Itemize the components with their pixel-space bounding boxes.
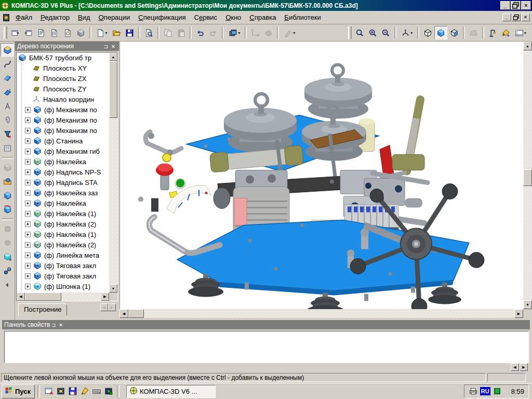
printer-icon[interactable]: [469, 387, 478, 395]
network-icon[interactable]: [493, 387, 502, 395]
shaded-button[interactable]: [434, 26, 447, 39]
property-panel-header[interactable]: Панель свойств ⊐ ✕: [2, 320, 530, 329]
show-all-button[interactable]: [1, 189, 14, 202]
panels-button[interactable]: ▾: [512, 26, 529, 39]
document-restore-button[interactable]: [512, 14, 521, 21]
orientation-button[interactable]: ▾: [398, 26, 415, 39]
pin-icon[interactable]: ⊐: [102, 43, 110, 50]
print-preview-button[interactable]: [142, 26, 155, 39]
window-load-button[interactable]: [22, 26, 35, 39]
window-save-button[interactable]: [9, 26, 22, 39]
zoom-out-button[interactable]: [379, 26, 392, 39]
toolbar-grip[interactable]: [4, 26, 7, 39]
new-document-button-dropdown-icon[interactable]: ▾: [105, 31, 108, 35]
model-view-canvas[interactable]: [119, 42, 523, 309]
orientation-button-dropdown-icon[interactable]: ▾: [410, 31, 413, 35]
text-document-button[interactable]: [35, 26, 48, 39]
halftone-button[interactable]: [447, 26, 460, 39]
tab-scroll-right-icon[interactable]: ▶: [520, 363, 528, 371]
menu-item-справка[interactable]: Справка: [245, 12, 280, 23]
task-button-kompas[interactable]: КОМПАС-3D V6 ...: [126, 385, 216, 398]
keyboard-app-icon[interactable]: [91, 386, 102, 397]
toolbar-separator: [2, 157, 13, 159]
menu-item-библиотеки[interactable]: Библиотеки: [280, 12, 325, 23]
fragment-document-button[interactable]: [61, 26, 74, 39]
pin-icon[interactable]: ⊐: [50, 322, 57, 328]
zoom-area-button[interactable]: [353, 26, 366, 39]
filter-button[interactable]: [1, 127, 14, 141]
close-icon[interactable]: ✕: [57, 322, 64, 328]
open-button[interactable]: [110, 26, 123, 39]
menu-item-спецификация[interactable]: Спецификация: [134, 12, 190, 23]
close-icon[interactable]: ✕: [110, 43, 117, 50]
scroll-up-icon[interactable]: ▲: [109, 52, 117, 61]
solid-modeling-button[interactable]: [1, 43, 14, 57]
media-app-icon[interactable]: [103, 386, 114, 397]
new-part-button[interactable]: [1, 250, 14, 263]
scroll-left-icon[interactable]: ◀: [17, 292, 25, 301]
menu-item-окно[interactable]: Окно: [221, 12, 245, 23]
dimensions-button[interactable]: [486, 26, 499, 39]
menu-item-вид[interactable]: Вид: [74, 12, 95, 23]
tree-panel-header[interactable]: Дерево построения ⊐ ✕: [15, 42, 119, 51]
minimize-button[interactable]: _: [500, 1, 510, 10]
show-desktop-icon[interactable]: [43, 386, 54, 397]
viewer-icon[interactable]: [55, 386, 66, 397]
panels-button-dropdown-icon[interactable]: ▾: [524, 31, 526, 35]
titlebar[interactable]: КОМПАС-3D V6 Plus - [C:\Documents and Se…: [0, 0, 532, 11]
scroll-thumb[interactable]: [25, 292, 61, 301]
attachments-button[interactable]: [1, 113, 14, 127]
scroll-right-icon[interactable]: ▶: [514, 309, 523, 318]
scroll-down-icon[interactable]: ▼: [523, 300, 532, 309]
current-style-button-dropdown-icon[interactable]: ▾: [293, 31, 295, 35]
viewport-horizontal-scrollbar[interactable]: ◀ ▶: [119, 309, 523, 318]
repaint-button[interactable]: [499, 26, 512, 39]
window-manager-button-dropdown-icon[interactable]: ▾: [238, 31, 240, 35]
close-button[interactable]: ×: [521, 1, 531, 10]
floppy-app-icon[interactable]: [67, 386, 78, 397]
toolbar-grip[interactable]: [348, 26, 352, 39]
spec-document-button[interactable]: [48, 26, 61, 39]
tab-scroll-left-icon[interactable]: ◀: [511, 363, 519, 371]
load-part-button[interactable]: [1, 175, 14, 188]
mates-button[interactable]: [1, 264, 14, 277]
brush-app-icon[interactable]: [79, 386, 90, 397]
scroll-thumb[interactable]: [128, 309, 144, 318]
new-document-button[interactable]: ▾: [94, 26, 110, 39]
menu-item-файл[interactable]: Файл: [11, 12, 36, 23]
tree-vertical-scrollbar[interactable]: ▲ ▼: [109, 52, 117, 292]
document-close-button[interactable]: ×: [521, 14, 530, 21]
scroll-thumb[interactable]: [109, 61, 117, 118]
restore-button[interactable]: [511, 1, 521, 10]
window-manager-button[interactable]: ▾: [226, 26, 243, 39]
save-button[interactable]: [123, 26, 136, 39]
tree-root-item[interactable]: БМК-57 трубогиб тр: [17, 52, 109, 63]
specification-button[interactable]: [1, 141, 14, 155]
scroll-up-icon[interactable]: ▲: [523, 42, 532, 50]
surfaces-button[interactable]: [1, 71, 14, 85]
spatial-curves-button[interactable]: [1, 57, 14, 71]
tree-horizontal-scrollbar[interactable]: ◀ ▶: [17, 292, 109, 301]
measure-button[interactable]: [1, 99, 14, 113]
collapse-button[interactable]: [1, 278, 14, 291]
zoom-in-button[interactable]: [366, 26, 379, 39]
part-document-button[interactable]: [74, 26, 87, 39]
scroll-thumb[interactable]: [523, 169, 532, 186]
language-indicator[interactable]: RU: [480, 387, 490, 395]
scroll-left-icon[interactable]: ◀: [119, 309, 128, 318]
menu-item-редактор[interactable]: Редактор: [36, 12, 74, 23]
document-minimize-button[interactable]: _: [502, 14, 511, 21]
wireframe-button[interactable]: [421, 26, 434, 39]
tab-construction[interactable]: Построение: [18, 303, 67, 316]
start-button[interactable]: Пуск: [2, 384, 35, 398]
viewport-vertical-scrollbar[interactable]: ▲ ▼: [523, 42, 532, 309]
tab-scroll-right-icon[interactable]: ▶: [108, 303, 116, 311]
menu-item-сервис[interactable]: Сервис: [190, 12, 222, 23]
tab-scroll-left-icon[interactable]: ◀: [100, 303, 108, 311]
undo-button[interactable]: [194, 26, 207, 39]
scroll-down-icon[interactable]: ▼: [109, 284, 117, 292]
rotate-view-button[interactable]: [1, 203, 14, 216]
menu-item-операции[interactable]: Операции: [94, 12, 134, 23]
auxiliary-geometry-button[interactable]: [1, 85, 14, 99]
scroll-right-icon[interactable]: ▶: [101, 292, 109, 301]
